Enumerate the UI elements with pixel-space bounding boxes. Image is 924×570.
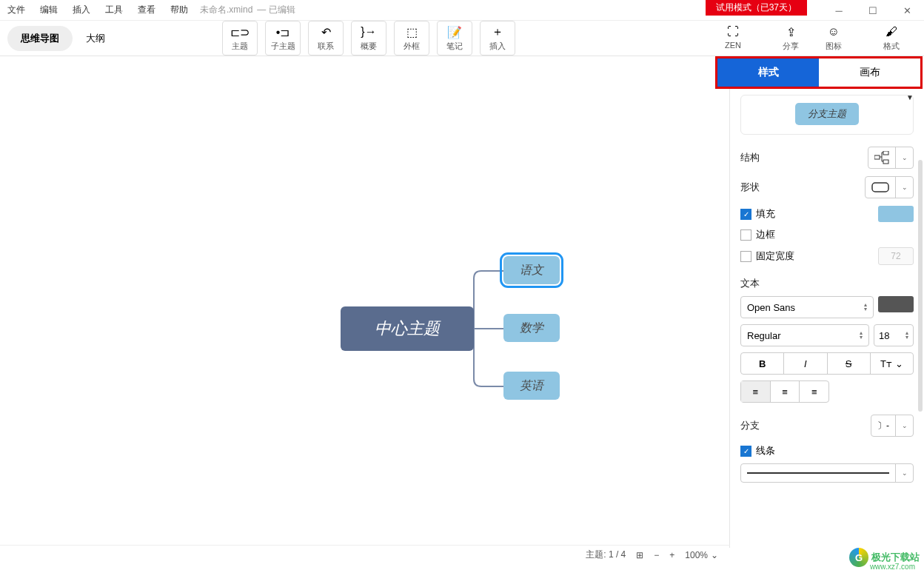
label-fill: 填充 <box>756 207 775 221</box>
child-topic-2[interactable]: 数学 <box>503 314 560 342</box>
toolbar: 思维导图 大纲 ⊏⊃主题 •⊐子主题 ↶联系 }→概要 ⬚外框 📝笔记 ＋插入 … <box>0 21 924 56</box>
svg-rect-2 <box>883 160 888 164</box>
align-right-button[interactable]: ≡ <box>800 381 828 402</box>
scrollbar[interactable] <box>918 160 923 412</box>
strike-button[interactable]: S <box>828 353 871 374</box>
checkbox-fill[interactable]: ✓ <box>740 209 751 220</box>
tool-subtopic[interactable]: •⊐子主题 <box>265 21 301 56</box>
checkbox-border[interactable] <box>740 229 751 241</box>
structure-icon <box>868 147 895 168</box>
note-icon: 📝 <box>447 24 462 39</box>
updown-icon: ▴▾ <box>905 331 908 340</box>
zen-icon: ⛶ <box>727 24 739 39</box>
font-size-select[interactable]: 18▴▾ <box>874 324 914 346</box>
label-shape: 形状 <box>740 181 760 194</box>
titlebar: 文件 编辑 插入 工具 查看 帮助 未命名.xmind — 已编辑 试用模式（已… <box>0 0 924 21</box>
shape-select[interactable]: ⌄ <box>865 176 914 198</box>
tab-outline[interactable]: 大纲 <box>73 26 118 51</box>
format-panel: 样式 画布 分支主题 ▼ 结构 ⌄ 形状 ⌄ <box>730 56 924 548</box>
topic-icon: ⊏⊃ <box>230 24 250 39</box>
child-topic-1[interactable]: 语文 <box>503 256 560 284</box>
font-family-select[interactable]: Open Sans▴▾ <box>740 296 874 318</box>
menu-file[interactable]: 文件 <box>0 4 33 16</box>
menu-insert[interactable]: 插入 <box>65 4 98 16</box>
tool-boundary[interactable]: ⬚外框 <box>394 21 429 56</box>
boundary-icon: ⬚ <box>406 24 418 39</box>
tool-note[interactable]: 📝笔记 <box>437 21 472 56</box>
text-case-button[interactable]: Tᴛ ⌄ <box>871 353 913 374</box>
smile-icon: ☺ <box>828 24 840 39</box>
topic-preview[interactable]: 分支主题 <box>740 95 914 135</box>
zoom-out-button[interactable]: − <box>654 550 659 560</box>
plus-icon: ＋ <box>492 24 503 39</box>
share-icon: ⇪ <box>786 24 796 39</box>
branch-select[interactable]: 〕- ⌄ <box>871 415 914 437</box>
line-sample <box>747 472 889 474</box>
label-fixed-width: 固定宽度 <box>756 249 794 263</box>
window-maximize[interactable]: ☐ <box>856 0 890 21</box>
label-border: 边框 <box>756 228 775 241</box>
window-close[interactable]: ✕ <box>890 0 924 21</box>
tool-zen[interactable]: ⛶ZEN <box>715 21 751 55</box>
watermark-logo-icon: G <box>849 548 868 567</box>
document-name: 未命名.xmind <box>200 4 252 16</box>
panel-tab-style[interactable]: 样式 <box>717 58 819 87</box>
structure-select[interactable]: ⌄ <box>868 147 914 169</box>
align-center-button[interactable]: ≡ <box>771 381 800 402</box>
chevron-down-icon: ⌄ <box>895 464 913 482</box>
bold-button[interactable]: B <box>741 353 784 374</box>
chevron-down-icon: ⌄ <box>895 147 913 168</box>
tool-share[interactable]: ⇪分享 <box>773 21 808 55</box>
document-status: — 已编辑 <box>257 4 295 16</box>
window-minimize[interactable]: ─ <box>822 0 856 21</box>
tool-insert[interactable]: ＋插入 <box>480 21 515 56</box>
italic-button[interactable]: I <box>784 353 827 374</box>
updown-icon: ▴▾ <box>860 331 863 340</box>
fixed-width-input[interactable] <box>878 247 914 265</box>
topic-count: 主题: 1 / 4 <box>586 549 626 561</box>
svg-rect-3 <box>872 183 888 192</box>
child-topic-3[interactable]: 英语 <box>503 372 560 400</box>
trial-badge[interactable]: 试用模式（已37天） <box>706 0 807 16</box>
align-left-button[interactable]: ≡ <box>741 381 771 402</box>
line-style-select[interactable]: ⌄ <box>740 463 914 483</box>
menu-help[interactable]: 帮助 <box>163 4 195 16</box>
label-branch: 分支 <box>740 419 760 432</box>
tool-summary[interactable]: }→概要 <box>351 21 386 56</box>
zoom-in-button[interactable]: + <box>669 550 674 560</box>
menu-view[interactable]: 查看 <box>130 4 163 16</box>
preview-node: 分支主题 <box>795 103 859 125</box>
label-text: 文本 <box>740 277 914 290</box>
fill-color-swatch[interactable] <box>878 206 914 222</box>
chevron-down-icon: ⌄ <box>895 415 913 436</box>
updown-icon: ▴▾ <box>864 303 867 312</box>
subtopic-icon: •⊐ <box>276 24 290 39</box>
menu-tools[interactable]: 工具 <box>98 4 130 16</box>
tool-relation[interactable]: ↶联系 <box>308 21 344 56</box>
label-line: 线条 <box>756 444 775 457</box>
watermark-url: www.xz7.com <box>870 563 915 570</box>
menu-edit[interactable]: 编辑 <box>33 4 65 16</box>
zoom-level[interactable]: 100% ⌄ <box>685 550 718 560</box>
branch-icon: 〕- <box>871 415 895 436</box>
panel-tab-canvas[interactable]: 画布 <box>819 58 920 87</box>
tool-icons[interactable]: ☺图标 <box>816 21 851 55</box>
shape-icon <box>866 177 895 198</box>
font-weight-select[interactable]: Regular▴▾ <box>740 324 869 346</box>
status-bar: 主题: 1 / 4 ⊞ − + 100% ⌄ <box>0 545 730 564</box>
checkbox-line[interactable]: ✓ <box>740 446 751 457</box>
chevron-down-icon[interactable]: ▼ <box>906 93 914 101</box>
text-color-swatch[interactable] <box>878 296 914 312</box>
map-overview-button[interactable]: ⊞ <box>636 550 643 560</box>
svg-rect-1 <box>883 151 888 155</box>
checkbox-fixed-width[interactable] <box>740 251 751 262</box>
panel-tabs-highlight: 样式 画布 <box>715 56 923 89</box>
tool-format[interactable]: 🖌格式 <box>874 21 909 55</box>
label-structure: 结构 <box>740 151 760 164</box>
summary-icon: }→ <box>361 24 376 39</box>
tool-topic[interactable]: ⊏⊃主题 <box>222 21 258 56</box>
canvas[interactable]: 中心主题 语文 数学 英语 <box>0 56 730 548</box>
tab-mindmap[interactable]: 思维导图 <box>7 26 73 51</box>
central-topic[interactable]: 中心主题 <box>341 306 474 351</box>
relation-icon: ↶ <box>321 24 331 39</box>
